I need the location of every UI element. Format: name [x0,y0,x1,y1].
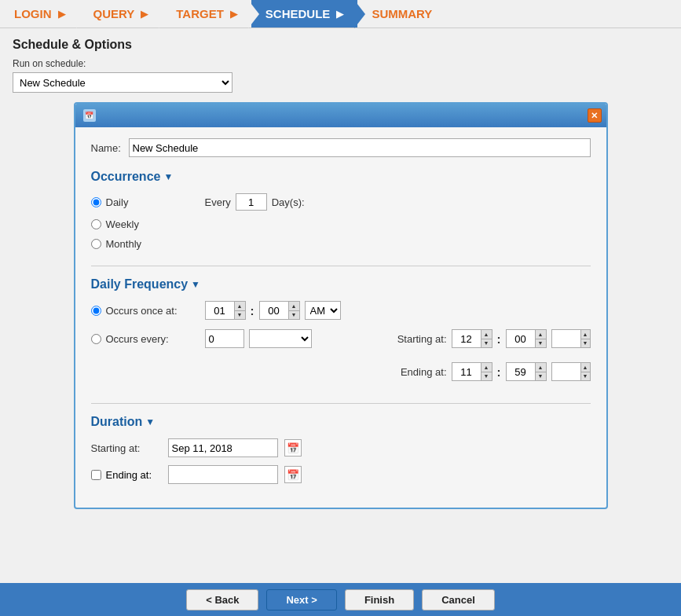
duration-ending-checkbox[interactable] [91,470,101,480]
schedule-dialog: 📅 ✕ Name: Occurrence ▼ Daily Ever [74,102,608,509]
divider-1 [91,266,591,266]
starting-min-up[interactable]: ▲ [536,330,546,339]
duration-starting-calendar-icon[interactable]: 📅 [284,439,302,456]
ending-hour-btns: ▲ ▼ [481,363,492,380]
duration-ending-calendar-icon[interactable]: 📅 [284,466,302,483]
ending-hour-input[interactable] [452,363,481,380]
starting-min-btns: ▲ ▼ [535,330,546,347]
duration-ending-input[interactable] [168,465,278,484]
starting-hour-up[interactable]: ▲ [481,330,492,339]
ending-ampm-input[interactable] [552,363,580,380]
page-content: Schedule & Options Run on schedule: New … [0,28,681,519]
ending-ampm-btns: ▲ ▼ [580,363,590,380]
starting-ampm-input[interactable] [552,330,580,347]
ending-min-input[interactable] [507,363,535,380]
time-colon-2: : [497,332,501,346]
daily-row: Daily Every Day(s): [91,193,591,211]
occurs-every-unit-select[interactable]: Minute(s) Hour(s) [249,329,312,348]
monthly-label: Monthly [106,238,153,250]
nav-query-label: QUERY [93,7,135,20]
ending-min-up[interactable]: ▲ [536,363,546,372]
weekly-label: Weekly [106,218,153,230]
dialog-titlebar: 📅 ✕ [75,104,606,127]
nav-target[interactable]: TARGET ▶ [162,0,251,28]
ending-min-down[interactable]: ▼ [536,372,546,381]
occurs-every-left: Occurs every: Minute(s) Hour(s) [91,329,368,348]
ending-hour-down[interactable]: ▼ [481,372,492,381]
nav-target-label: TARGET [176,7,224,20]
starting-min-down[interactable]: ▼ [536,339,546,348]
occurs-every-row: Occurs every: Minute(s) Hour(s) [91,329,368,348]
back-button[interactable]: < Back [186,589,258,610]
minute-spinbox: ▲ ▼ [259,301,300,320]
ending-min-spinbox: ▲ ▼ [506,362,547,381]
schedule-select[interactable]: New Schedule [13,72,232,93]
starting-at-label: Starting at: [384,333,447,345]
next-button[interactable]: Next > [266,589,336,610]
occurs-once-label: Occurs once at: [106,305,200,317]
every-day-input[interactable] [236,193,267,211]
nav-login-label: LOGIN [14,7,52,20]
hour-input[interactable] [206,302,234,319]
occurs-every-radio[interactable] [91,334,101,344]
ending-hour-spinbox: ▲ ▼ [452,362,492,381]
nav-login[interactable]: LOGIN ▶ [0,0,79,28]
ending-ampm-up[interactable]: ▲ [581,363,590,372]
minute-input[interactable] [260,302,288,319]
occurs-every-num-input[interactable] [205,329,244,348]
daily-frequency-header: Daily Frequency ▼ [91,277,591,292]
ending-ampm-down[interactable]: ▼ [581,372,590,381]
nav-query-arrow: ▶ [141,9,148,20]
hour-spinbox-btns: ▲ ▼ [234,302,245,319]
occurrence-arrow-icon: ▼ [163,171,173,182]
name-label: Name: [91,142,123,154]
finish-button[interactable]: Finish [345,589,414,610]
occurs-every-section: Occurs every: Minute(s) Hour(s) [91,329,591,387]
bottom-bar: < Back Next > Finish Cancel [0,583,681,616]
occurs-every-label: Occurs every: [106,333,200,345]
ampm-select[interactable]: AM PM [305,301,341,320]
hour-down-btn[interactable]: ▼ [235,311,245,320]
starting-min-input[interactable] [507,330,535,347]
starting-hour-down[interactable]: ▼ [481,339,492,348]
daily-label: Daily [106,196,153,208]
nav-query[interactable]: QUERY ▶ [79,0,163,28]
days-label: Day(s): [272,196,305,208]
page-title: Schedule & Options [13,38,668,52]
duration-starting-label: Starting at: [91,442,162,454]
dialog-close-button[interactable]: ✕ [588,108,602,123]
schedule-dropdown-wrap: New Schedule [13,72,668,93]
divider-2 [91,403,591,404]
starting-ending-block: Starting at: ▲ ▼ : [384,329,591,387]
duration-ending-row: Ending at: 📅 [91,465,591,484]
occurs-once-radio[interactable] [91,306,101,316]
starting-ampm-up[interactable]: ▲ [581,330,590,339]
name-input[interactable] [129,138,591,157]
starting-ampm-down[interactable]: ▼ [581,339,590,348]
monthly-radio[interactable] [91,239,101,249]
time-colon-3: : [497,365,501,379]
duration-starting-row: Starting at: 📅 [91,438,591,457]
daily-radio[interactable] [91,197,101,207]
nav-bar: LOGIN ▶ QUERY ▶ TARGET ▶ SCHEDULE ▶ SUMM… [0,0,681,28]
nav-schedule-arrow: ▶ [336,9,343,20]
nav-summary-label: SUMMARY [372,7,432,20]
ending-at-row: Ending at: ▲ ▼ : [384,362,591,381]
nav-schedule[interactable]: SCHEDULE ▶ [251,0,358,28]
cancel-button[interactable]: Cancel [422,589,495,610]
dialog-title-icon: 📅 [83,109,96,122]
nav-summary[interactable]: SUMMARY [357,0,446,28]
ending-min-btns: ▲ ▼ [535,363,546,380]
ending-hour-up[interactable]: ▲ [481,363,492,372]
occurrence-header: Occurrence ▼ [91,170,591,184]
minute-down-btn[interactable]: ▼ [289,311,299,320]
starting-hour-input[interactable] [452,330,481,347]
occurs-once-row: Occurs once at: ▲ ▼ : ▲ ▼ [91,301,591,320]
hour-up-btn[interactable]: ▲ [235,302,245,311]
weekly-radio[interactable] [91,219,101,229]
duration-starting-input[interactable] [168,438,278,457]
dialog-body: Name: Occurrence ▼ Daily Every Day(s): [75,127,606,508]
starting-ampm-spinbox: ▲ ▼ [551,329,591,348]
minute-up-btn[interactable]: ▲ [289,302,299,311]
duration-ending-label: Ending at: [106,469,152,481]
